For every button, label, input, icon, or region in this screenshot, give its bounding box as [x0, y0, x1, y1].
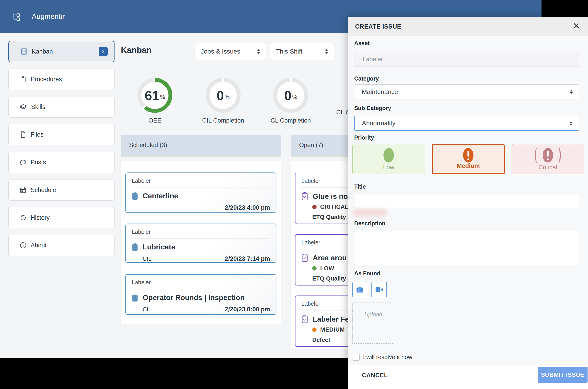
sidebar-item-schedule[interactable]: Schedule — [8, 179, 115, 201]
sub-category-label: Sub Category — [354, 105, 391, 111]
kpi-unit: % — [225, 94, 230, 100]
card-priority: CRITICAL — [320, 203, 349, 210]
card-subtype: CIL — [143, 306, 151, 313]
job-card-centerline[interactable]: Labeler Centerline 2/20/23 4:00 pm — [125, 172, 276, 213]
sidebar-item-label: Skills — [31, 103, 45, 111]
card-title: Area arou — [313, 254, 347, 262]
sidebar-item-history[interactable]: History — [8, 207, 115, 228]
modal-footer: CANCEL SUBMIT ISSUE — [348, 365, 588, 389]
clipboard-icon — [20, 76, 27, 83]
priority-label: Priority — [354, 134, 374, 141]
procedure-clipboard-icon — [132, 192, 138, 200]
select-arrows-icon — [569, 121, 573, 126]
calendar-icon — [20, 186, 27, 194]
history-clock-icon — [20, 214, 27, 221]
priority-option-medium-selected[interactable]: Medium — [432, 144, 505, 174]
take-photo-button[interactable] — [353, 282, 367, 297]
priority-option-critical[interactable]: Critical — [512, 144, 584, 174]
collapse-sidebar-button[interactable] — [99, 47, 108, 56]
category-value: Maintenance — [362, 88, 398, 96]
card-timestamp: 2/20/23 4:00 pm — [225, 204, 270, 211]
kpi-label-cl: CL Completion — [270, 117, 311, 124]
cancel-button[interactable]: CANCEL — [362, 372, 388, 379]
issue-clipboard-check-icon — [301, 254, 308, 262]
priority-option-low[interactable]: Low — [353, 144, 425, 174]
select-arrows-icon — [324, 49, 329, 55]
asset-more-button[interactable]: ... — [565, 56, 572, 63]
blurred-validation-text — [353, 209, 387, 217]
sidebar-item-label: Procedures — [30, 76, 62, 83]
procedure-clipboard-icon — [132, 293, 138, 302]
column-header-scheduled: Scheduled (3) — [121, 134, 281, 156]
time-filter-select[interactable]: This Shift — [270, 43, 334, 60]
cil-completion-donut: 0% — [206, 78, 241, 113]
oee-donut: 61% — [137, 78, 172, 113]
priority-option-label: Medium — [433, 162, 504, 169]
sidebar-item-label: Schedule — [30, 187, 56, 194]
card-asset: Labeler — [132, 228, 270, 235]
card-title: Glue is not — [313, 192, 350, 201]
as-found-label: As Found — [354, 270, 380, 277]
resolve-now-option[interactable]: I will resolve it now — [353, 354, 412, 361]
modal-header: CREATE ISSUE ✕ — [348, 17, 588, 36]
page-title: Kanban — [121, 45, 152, 55]
chat-bubble-icon — [20, 159, 27, 166]
kpi-value: 0 — [284, 88, 291, 103]
priority-option-label: Low — [353, 164, 425, 171]
asset-value: Labeler — [363, 56, 383, 63]
kpi-label-cil: CIL Completion — [202, 117, 244, 124]
sidebar-item-label: Kanban — [32, 48, 53, 55]
card-priority: MEDIUM — [320, 326, 345, 333]
card-subtype: CIL — [143, 256, 151, 262]
sub-category-select[interactable]: Abnormality — [354, 116, 579, 131]
sidebar-item-posts[interactable]: Posts — [8, 152, 115, 173]
issue-clipboard-check-icon — [301, 315, 308, 324]
sidebar-item-kanban[interactable]: Kanban — [8, 41, 115, 62]
title-input[interactable] — [354, 194, 579, 208]
sidebar-item-about[interactable]: About — [8, 235, 115, 256]
card-timestamp: 2/20/23 7:14 pm — [225, 255, 270, 262]
resolve-now-checkbox[interactable] — [353, 354, 360, 361]
sidebar-item-label: About — [30, 242, 47, 249]
sidebar-item-label: History — [30, 214, 50, 221]
job-card-operator-rounds[interactable]: Labeler Operator Rounds | Inspection CIL… — [125, 274, 276, 315]
sidebar-item-label: Files — [30, 131, 44, 138]
kpi-unit: % — [160, 94, 165, 100]
asset-label: Asset — [354, 40, 370, 47]
priority-dot — [312, 205, 317, 209]
priority-option-label: Critical — [512, 164, 584, 171]
description-label: Description — [354, 220, 385, 227]
issue-clipboard-check-icon — [301, 192, 308, 201]
critical-priority-exclamation-icon — [543, 148, 553, 162]
view-filter-value: Jobs & Issues — [201, 48, 240, 55]
card-asset: Labeler — [132, 177, 270, 184]
card-title: Centerline — [143, 192, 178, 200]
procedure-clipboard-icon — [132, 243, 138, 251]
record-video-button[interactable] — [371, 282, 387, 297]
category-select[interactable]: Maintenance — [354, 84, 579, 99]
info-icon — [20, 242, 27, 249]
select-arrows-icon — [569, 89, 573, 95]
app-title: Augmentir — [32, 0, 65, 33]
graduation-cap-icon — [20, 103, 27, 111]
job-card-lubricate[interactable]: Labeler Lubricate CIL 2/20/23 7:14 pm — [125, 224, 276, 263]
view-filter-select[interactable]: Jobs & Issues — [195, 43, 266, 60]
title-label: Title — [354, 183, 366, 190]
card-title: Operator Rounds | Inspection — [143, 293, 245, 302]
column-dropzone-strip — [121, 156, 281, 157]
card-priority: LOW — [320, 265, 334, 272]
sitemap-logo-icon — [12, 12, 21, 21]
low-priority-icon — [383, 148, 394, 162]
create-issue-modal: CREATE ISSUE ✕ Asset Labeler ... Categor… — [348, 17, 588, 389]
kpi-label-oee: OEE — [148, 117, 161, 124]
resolve-now-label: I will resolve it now — [363, 354, 412, 361]
description-textarea[interactable] — [354, 231, 579, 265]
sidebar-item-files[interactable]: Files — [8, 124, 115, 145]
upload-dropzone[interactable]: Upload — [353, 302, 394, 344]
sidebar-item-skills[interactable]: Skills — [8, 96, 115, 118]
sidebar-item-procedures[interactable]: Procedures — [8, 68, 115, 90]
close-icon[interactable]: ✕ — [573, 21, 580, 31]
asset-field[interactable]: Labeler ... — [354, 52, 579, 67]
submit-issue-button[interactable]: SUBMIT ISSUE — [538, 367, 588, 383]
card-divider — [132, 187, 270, 188]
